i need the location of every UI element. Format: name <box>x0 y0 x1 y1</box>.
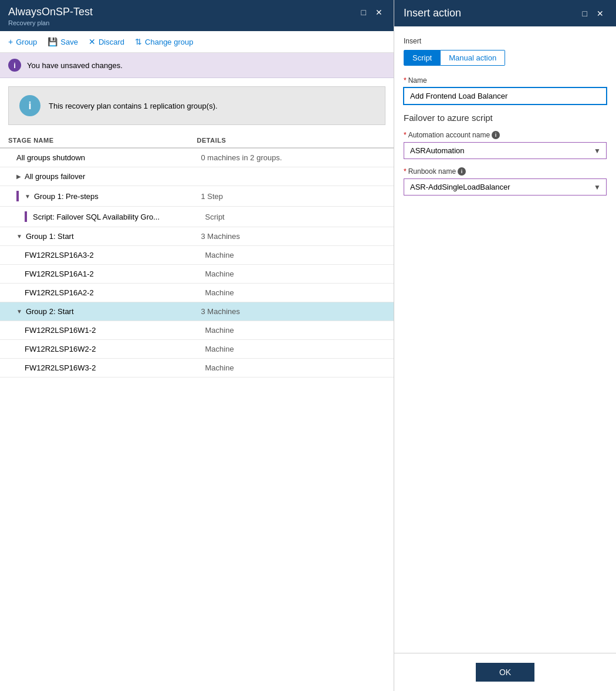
right-header-controls: □ ✕ <box>580 8 607 19</box>
save-icon: 💾 <box>48 37 57 46</box>
row-label: All groups shutdown <box>16 153 85 162</box>
name-input[interactable] <box>404 87 607 105</box>
details-cell: 1 Step <box>201 192 386 201</box>
change-group-icon: ⇅ <box>135 37 142 46</box>
discard-label: Discard <box>99 38 124 46</box>
required-star-2: * <box>404 131 407 139</box>
discard-icon: ✕ <box>89 37 96 46</box>
section-title: Failover to azure script <box>404 113 607 123</box>
table-row[interactable]: ▼ Group 1: Start 3 Machines <box>0 227 394 246</box>
row-label: FW12R2LSP16W1-2 <box>25 326 205 335</box>
change-group-label: Change group <box>145 38 193 46</box>
col-stage-name: STAGE NAME <box>8 137 197 144</box>
tab-script[interactable]: Script <box>404 50 441 66</box>
tab-manual-action[interactable]: Manual action <box>441 50 505 66</box>
left-header: AlwaysOnSP-Test Recovery plan □ ✕ <box>0 0 394 31</box>
app-title: AlwaysOnSP-Test <box>8 6 93 18</box>
left-panel: AlwaysOnSP-Test Recovery plan □ ✕ + Grou… <box>0 0 394 691</box>
row-label: Script: Failover SQL Availability Gro... <box>33 213 160 221</box>
stage-name-cell: All groups shutdown <box>16 153 201 162</box>
right-close-button[interactable]: ✕ <box>594 8 607 19</box>
table-row[interactable]: FW12R2LSP16A2-2 Machine <box>0 284 394 302</box>
details-cell: 0 machines in 2 groups. <box>201 153 386 162</box>
change-group-button[interactable]: ⇅ Change group <box>135 36 193 48</box>
name-field-label: * Name <box>404 76 607 85</box>
table-header: STAGE NAME DETAILS <box>0 133 394 149</box>
right-panel-title: Insert action <box>404 7 461 19</box>
stage-name-cell: Script: Failover SQL Availability Gro... <box>25 211 205 222</box>
info-circle-icon: i <box>8 59 21 72</box>
table-row[interactable]: ▼ Group 1: Pre-steps 1 Step <box>0 186 394 207</box>
automation-account-select-wrapper: ASRAutomation ▼ <box>404 142 607 159</box>
group-label: Group <box>16 38 37 46</box>
row-label: FW12R2LSP16A3-2 <box>25 251 205 259</box>
table-area: STAGE NAME DETAILS All groups shutdown 0… <box>0 133 394 691</box>
insert-tab-group: Script Manual action <box>404 50 607 66</box>
group-bar-icon <box>25 211 27 222</box>
runbook-select[interactable]: ASR-AddSingleLoadBalancer <box>404 178 607 195</box>
unsaved-text: You have unsaved changes. <box>27 61 123 70</box>
discard-button[interactable]: ✕ Discard <box>89 36 124 48</box>
left-header-text: AlwaysOnSP-Test Recovery plan <box>8 6 93 26</box>
details-cell: Script <box>205 213 386 221</box>
group-button[interactable]: + Group <box>8 36 37 48</box>
minimize-button[interactable]: □ <box>358 7 369 18</box>
runbook-info-icon: i <box>458 167 466 176</box>
table-row[interactable]: All groups shutdown 0 machines in 2 grou… <box>0 149 394 167</box>
details-cell: Machine <box>205 363 386 372</box>
table-row[interactable]: FW12R2LSP16A3-2 Machine <box>0 246 394 265</box>
table-row[interactable]: FW12R2LSP16A1-2 Machine <box>0 265 394 284</box>
right-content: Insert Script Manual action * Name Failo… <box>394 26 616 653</box>
right-footer: OK <box>394 653 616 691</box>
automation-account-label: * Automation account name i <box>404 131 607 139</box>
row-label: FW12R2LSP16A2-2 <box>25 288 205 297</box>
stage-name-cell: ▶ All groups failover <box>16 172 201 181</box>
info-box: i This recovery plan contains 1 replicat… <box>8 86 385 125</box>
chevron-down-icon: ▼ <box>25 193 31 200</box>
details-cell: Machine <box>205 288 386 297</box>
details-cell: 3 Machines <box>201 307 386 316</box>
row-label: All groups failover <box>25 172 85 181</box>
right-panel: Insert action □ ✕ Insert Script Manual a… <box>394 0 616 691</box>
row-label: FW12R2LSP16W3-2 <box>25 363 205 372</box>
info-box-text: This recovery plan contains 1 replicatio… <box>49 102 218 110</box>
chevron-right-icon: ▶ <box>16 173 21 180</box>
insert-label: Insert <box>404 37 607 45</box>
stage-name-cell: ▼ Group 1: Pre-steps <box>16 191 201 201</box>
info-box-icon: i <box>19 95 40 116</box>
group-bar-icon <box>16 191 19 201</box>
automation-info-icon: i <box>492 131 500 139</box>
row-label: FW12R2LSP16A1-2 <box>25 269 205 278</box>
col-details: DETAILS <box>197 137 386 144</box>
table-row[interactable]: FW12R2LSP16W2-2 Machine <box>0 340 394 359</box>
row-label: FW12R2LSP16W2-2 <box>25 345 205 353</box>
table-row[interactable]: FW12R2LSP16W3-2 Machine <box>0 359 394 377</box>
row-label: Group 1: Start <box>26 232 74 241</box>
runbook-select-wrapper: ASR-AddSingleLoadBalancer ▼ <box>404 178 607 195</box>
table-row[interactable]: ▼ Group 2: Start 3 Machines <box>0 302 394 321</box>
close-button[interactable]: ✕ <box>373 7 385 18</box>
stage-name-cell: ▼ Group 1: Start <box>16 232 201 241</box>
details-cell: Machine <box>205 345 386 353</box>
app-subtitle: Recovery plan <box>8 19 93 26</box>
unsaved-banner: i You have unsaved changes. <box>0 53 394 78</box>
save-label: Save <box>60 38 78 46</box>
chevron-down-icon: ▼ <box>16 233 22 240</box>
details-cell: Machine <box>205 326 386 335</box>
chevron-down-icon: ▼ <box>16 308 22 315</box>
left-header-controls: □ ✕ <box>358 7 385 18</box>
stage-name-cell: ▼ Group 2: Start <box>16 307 201 316</box>
ok-button[interactable]: OK <box>476 663 534 682</box>
table-row[interactable]: FW12R2LSP16W1-2 Machine <box>0 321 394 340</box>
automation-account-select[interactable]: ASRAutomation <box>404 142 607 159</box>
details-cell: Machine <box>205 269 386 278</box>
row-label: Group 1: Pre-steps <box>34 192 99 201</box>
table-row[interactable]: Script: Failover SQL Availability Gro...… <box>0 207 394 227</box>
save-button[interactable]: 💾 Save <box>48 36 78 48</box>
details-cell: 3 Machines <box>201 232 386 241</box>
toolbar: + Group 💾 Save ✕ Discard ⇅ Change group <box>0 31 394 53</box>
right-minimize-button[interactable]: □ <box>580 8 590 19</box>
runbook-label: * Runbook name i <box>404 167 607 176</box>
right-header: Insert action □ ✕ <box>394 0 616 26</box>
table-row[interactable]: ▶ All groups failover <box>0 167 394 186</box>
